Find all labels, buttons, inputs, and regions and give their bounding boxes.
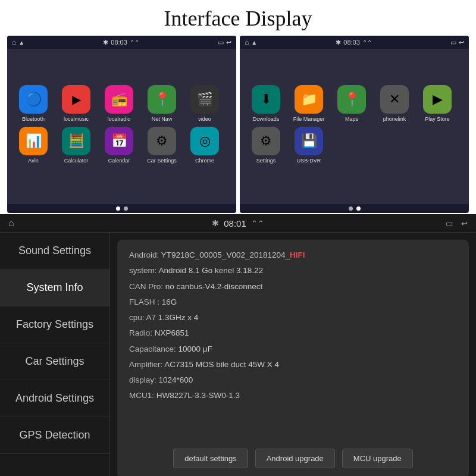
app-playstore[interactable]: ▶ Play Store — [419, 85, 455, 122]
app-phonelink-icon: ✕ — [380, 85, 409, 114]
radio-label: Radio: — [129, 328, 155, 337]
dot-2-inactive — [349, 206, 353, 211]
statusbar-2: ⌂ ▲ ✱ 08:03 ⌃⌃ ▭ ↩ — [240, 36, 469, 49]
app-calendar-icon: 📅 — [105, 127, 133, 155]
app-phonelink[interactable]: ✕ phonelink — [377, 85, 412, 122]
app-calculator-label: Calculator — [64, 158, 89, 164]
home-icon-1: ⌂ — [12, 38, 16, 46]
dots-1 — [7, 204, 236, 213]
info-row-display: display: 1024*600 — [129, 374, 457, 386]
app-settings-label: Settings — [256, 158, 276, 164]
dot-1-active — [116, 206, 120, 211]
system-label: system: — [129, 266, 159, 275]
app-netnavi-icon: 📍 — [148, 85, 176, 114]
cpu-value: A7 1.3GHz x 4 — [146, 313, 199, 322]
app-video[interactable]: 🎬 video — [187, 85, 223, 122]
flash-label: FLASH : — [129, 298, 162, 306]
android-highlight: HIFI — [290, 250, 305, 259]
sidebar-item-car-settings[interactable]: Car Settings — [0, 343, 109, 380]
app-localradio-label: localradio — [108, 116, 131, 122]
system-info-label: System Info — [26, 281, 83, 294]
app-settings[interactable]: ⚙ Settings — [248, 127, 284, 164]
sound-settings-label: Sound Settings — [18, 245, 91, 257]
home-icon-2: ⌂ — [245, 38, 249, 46]
bottom-screen-icon: ▭ — [446, 219, 453, 228]
app-filemanager-icon: 📁 — [295, 85, 323, 114]
default-settings-button[interactable]: default settings — [173, 449, 248, 468]
sidebar-item-factory-settings[interactable]: Factory Settings — [0, 306, 109, 343]
screen-icon-1: ▭ — [218, 39, 224, 46]
info-row-capacitance: Capacitance: 10000 μF — [129, 343, 457, 355]
app-bluetooth[interactable]: 🔵 Bluetooth — [15, 85, 51, 122]
android-label: Android: — [129, 250, 161, 259]
dot-2-active — [356, 206, 361, 211]
display-label: display: — [129, 375, 159, 384]
mcu-upgrade-button[interactable]: MCU upgrade — [342, 449, 413, 468]
app-localradio[interactable]: 📻 localradio — [101, 85, 137, 122]
app-calculator[interactable]: 🧮 Calculator — [58, 127, 94, 164]
amp-label: Amplifier: — [129, 360, 164, 369]
wifi-icon-1: ▲ — [18, 39, 24, 46]
app-filemanager-label: File Manager — [293, 116, 325, 122]
app-car-settings[interactable]: ⚙ Car Settings — [144, 127, 180, 164]
app-chrome[interactable]: ◎ Chrome — [187, 127, 223, 164]
bottom-arrows-icon: ⌃⌃ — [251, 219, 264, 228]
info-row-system: system: Android 8.1 Go kenel 3.18.22 — [129, 265, 457, 277]
info-buttons: default settings Android upgrade MCU upg… — [129, 449, 457, 468]
app-settings-icon: ⚙ — [252, 127, 280, 155]
app-calculator-icon: 🧮 — [62, 127, 90, 155]
app-downloads-label: Downloads — [253, 116, 280, 122]
main-content: Android: YT9218C_00005_V002_20181204_HIF… — [110, 233, 476, 476]
gps-detection-label: GPS Detection — [19, 429, 90, 441]
amp-value: AC7315 MOS bile duct 45W X 4 — [164, 360, 279, 369]
system-value: Android 8.1 Go kenel 3.18.22 — [159, 266, 264, 275]
display-value: 1024*600 — [159, 375, 193, 384]
info-row-flash: FLASH : 16G — [129, 296, 457, 308]
app-calendar-label: Calendar — [108, 158, 130, 164]
cpu-label: cpu: — [129, 313, 146, 322]
sidebar-item-android-settings[interactable]: Android Settings — [0, 380, 109, 417]
info-rows: Android: YT9218C_00005_V002_20181204_HIF… — [129, 249, 457, 402]
icon-row-2-2: ⚙ Settings 💾 USB-DVR — [246, 127, 463, 164]
app-maps-label: Maps — [345, 116, 358, 122]
app-filemanager[interactable]: 📁 File Manager — [291, 85, 327, 122]
dot-1-inactive — [124, 206, 128, 211]
app-phonelink-label: phonelink — [383, 116, 406, 122]
app-localmusic[interactable]: ▶ localmusic — [58, 85, 94, 122]
info-row-android: Android: YT9218C_00005_V002_20181204_HIF… — [129, 249, 457, 261]
app-usbdvr-label: USB-DVR — [297, 158, 321, 164]
cap-value: 10000 μF — [178, 345, 212, 353]
bottom-content: Sound Settings System Info Factory Setti… — [0, 233, 476, 476]
app-bluetooth-label: Bluetooth — [22, 116, 45, 122]
can-value: no canbus-V4.2-disconnect — [165, 282, 263, 291]
time-1: 08:03 — [111, 39, 127, 46]
back-icon-2: ↩ — [459, 39, 464, 46]
app-maps[interactable]: 📍 Maps — [334, 85, 369, 122]
app-netnavi[interactable]: 📍 Net Navi — [144, 85, 180, 122]
car-settings-label: Car Settings — [25, 355, 84, 368]
bottom-bt-icon: ✱ — [212, 218, 219, 228]
screen-icon-2: ▭ — [450, 39, 456, 46]
screen-icons-2: ⬇ Downloads 📁 File Manager 📍 Maps ✕ phon… — [240, 49, 469, 204]
app-downloads[interactable]: ⬇ Downloads — [248, 85, 284, 122]
app-video-icon: 🎬 — [190, 85, 219, 114]
screenshots-row: ⌂ ▲ ✱ 08:03 ⌃⌃ ▭ ↩ 🔵 Bluetooth ▶ — [0, 36, 476, 213]
app-usbdvr[interactable]: 💾 USB-DVR — [291, 127, 327, 164]
info-row-amplifier: Amplifier: AC7315 MOS bile duct 45W X 4 — [129, 359, 457, 371]
info-panel: Android: YT9218C_00005_V002_20181204_HIF… — [117, 240, 469, 476]
cap-label: Capacitance: — [129, 345, 178, 353]
android-upgrade-button[interactable]: Android upgrade — [255, 449, 335, 468]
app-car-settings-label: Car Settings — [147, 158, 177, 164]
sidebar-item-system-info[interactable]: System Info — [0, 270, 109, 306]
app-avin[interactable]: 📊 Avin — [15, 127, 51, 164]
bottom-home-icon: ⌂ — [8, 218, 14, 228]
app-maps-icon: 📍 — [337, 85, 366, 114]
sidebar-item-sound-settings[interactable]: Sound Settings — [0, 233, 109, 270]
factory-settings-label: Factory Settings — [16, 318, 93, 331]
screenshot-2: ⌂ ▲ ✱ 08:03 ⌃⌃ ▭ ↩ ⬇ Downloads 📁 — [240, 36, 469, 213]
app-calendar[interactable]: 📅 Calendar — [101, 127, 137, 164]
sidebar-item-gps-detection[interactable]: GPS Detection — [0, 417, 109, 454]
screenshot-1: ⌂ ▲ ✱ 08:03 ⌃⌃ ▭ ↩ 🔵 Bluetooth ▶ — [7, 36, 236, 213]
bt-icon-2: ✱ — [336, 39, 341, 46]
radio-value: NXP6851 — [155, 328, 189, 337]
